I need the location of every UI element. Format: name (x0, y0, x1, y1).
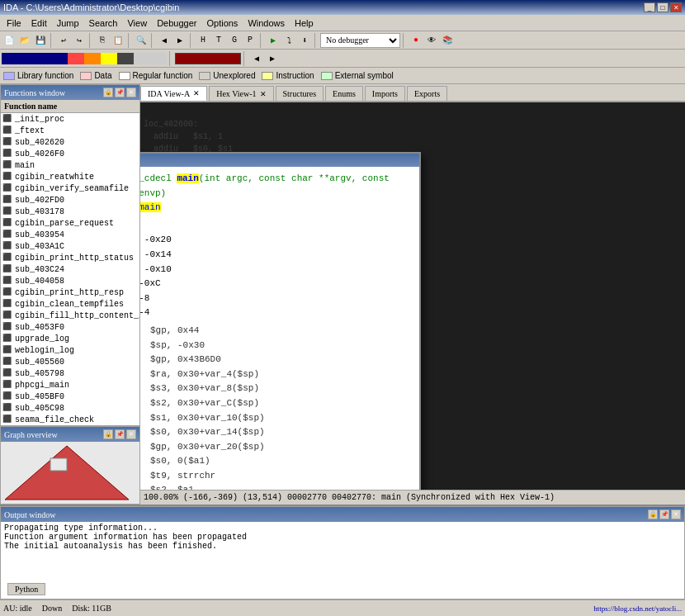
legend-label-unexplored: Unexplored (213, 71, 255, 80)
maximize-button[interactable]: □ (657, 2, 668, 12)
func-item[interactable]: ⬛sub_403C24 (1, 263, 139, 275)
menu-file[interactable]: File (2, 17, 26, 30)
separator-4 (151, 33, 154, 48)
func-item[interactable]: ⬛_init_proc (1, 113, 139, 125)
func-item[interactable]: ⬛phpcgi_main (1, 379, 139, 391)
nav-right[interactable]: ▶ (265, 51, 280, 66)
output-pin[interactable]: 📌 (659, 509, 669, 519)
proximity-view[interactable]: P (243, 33, 257, 48)
func-item[interactable]: ⬛cgibin_clean_tempfiles (1, 298, 139, 310)
text-view[interactable]: T (211, 33, 226, 48)
color-strip (2, 53, 167, 64)
separator-7 (314, 33, 318, 48)
tab-hex-view[interactable]: Hex View-1 ✕ (209, 86, 273, 101)
func-item[interactable]: ⬛sub_402FD0 (1, 194, 139, 206)
code-content[interactable]: # int __cdecl main(int argc, const char … (140, 167, 419, 490)
func-item[interactable]: ⬛cgibin_parse_request (1, 217, 139, 229)
jump-forward[interactable]: ▶ (172, 33, 187, 48)
copy-button[interactable]: ⎘ (95, 33, 110, 48)
declaration-line: # int __cdecl main(int argc, const char … (140, 172, 411, 201)
fw-pin[interactable]: 📌 (115, 88, 125, 97)
stack-btn[interactable]: 📚 (440, 33, 455, 48)
tab-enums[interactable]: Enums (325, 86, 363, 101)
menu-help[interactable]: Help (290, 17, 319, 30)
hex-view[interactable]: H (196, 33, 210, 48)
separator-3 (128, 33, 131, 48)
separator-5 (190, 33, 193, 48)
save-button[interactable]: 💾 (33, 33, 48, 48)
fw-close[interactable]: ✕ (126, 88, 136, 97)
fw-lock[interactable]: 🔒 (103, 88, 113, 97)
debugger-dropdown[interactable]: No debugger Local debugger Remote debugg… (320, 33, 400, 48)
breakpoint-btn[interactable]: ● (409, 33, 423, 48)
func-item[interactable]: ⬛sub_404058 (1, 275, 139, 287)
tab-imports[interactable]: Imports (365, 86, 405, 101)
output-line-1: Propagating type information... (4, 524, 681, 533)
func-list[interactable]: ⬛_init_proc⬛_ftext⬛sub_402620⬛sub_4026F0… (1, 113, 139, 425)
cs-orange (84, 53, 101, 64)
menu-jump[interactable]: Jump (52, 17, 84, 30)
legend-color-regular (119, 72, 130, 80)
func-item[interactable]: ⬛sub_403178 (1, 206, 139, 217)
graph-pin[interactable]: 📌 (115, 429, 125, 439)
tab-close-ida[interactable]: ✕ (193, 89, 200, 97)
graph-close[interactable]: ✕ (126, 429, 136, 439)
func-item[interactable]: ⬛sub_4026F0 (1, 148, 139, 159)
tab-ida-view[interactable]: IDA View-A ✕ (140, 86, 207, 101)
func-item[interactable]: ⬛cgibin_verify_seamafile (1, 182, 139, 194)
title-controls: _ □ ✕ (644, 2, 682, 12)
undo-button[interactable]: ↩ (56, 33, 71, 48)
func-item[interactable]: ⬛cgibin_print_http_status (1, 252, 139, 263)
step-into[interactable]: ⬇ (297, 33, 312, 48)
menu-view[interactable]: View (122, 17, 152, 30)
main-highlight: main (177, 173, 198, 183)
close-button[interactable]: ✕ (670, 2, 682, 12)
ida-content[interactable]: loc_402600: addiu $s1, 1 addiu $s0, $s1 … (140, 102, 685, 490)
jump-back[interactable]: ◀ (157, 33, 172, 48)
step-over[interactable]: ⤵ (281, 33, 296, 48)
new-button[interactable]: 📄 (2, 33, 17, 48)
output-close[interactable]: ✕ (671, 509, 681, 519)
func-item[interactable]: ⬛sub_405C98 (1, 402, 139, 414)
paste-button[interactable]: 📋 (111, 33, 125, 48)
tab-close-hex[interactable]: ✕ (260, 90, 267, 98)
legend-color-unexplored (199, 72, 210, 80)
redo-button[interactable]: ↪ (72, 33, 87, 48)
func-item[interactable]: ⬛seama_file_check (1, 414, 139, 425)
nav-left[interactable]: ◀ (249, 51, 264, 66)
code-overlay-titlebar: ▣ (140, 154, 419, 167)
watch-btn[interactable]: 👁 (424, 33, 439, 48)
func-item[interactable]: ⬛sub_403954 (1, 229, 139, 240)
menu-search[interactable]: Search (84, 17, 123, 30)
cs-darkgray (117, 53, 134, 64)
func-item[interactable]: ⬛sub_405798 (1, 367, 139, 379)
func-item[interactable]: ⬛sub_402620 (1, 136, 139, 148)
menu-edit[interactable]: Edit (26, 17, 52, 30)
func-item[interactable]: ⬛cgibin_reatwhite (1, 171, 139, 182)
menu-windows[interactable]: Windows (243, 17, 290, 30)
graph-body[interactable] (1, 442, 139, 504)
func-item[interactable]: ⬛cgibin_fill_http_content_len (1, 310, 139, 321)
func-item[interactable]: ⬛sub_405BF0 (1, 391, 139, 402)
minimize-button[interactable]: _ (644, 2, 655, 12)
func-item[interactable]: ⬛sub_403A1C (1, 240, 139, 252)
func-item[interactable]: ⬛sub_405560 (1, 356, 139, 367)
tab-structures[interactable]: Structures (276, 86, 324, 101)
func-item[interactable]: ⬛main (1, 159, 139, 171)
func-item[interactable]: ⬛_ftext (1, 125, 139, 136)
output-lock[interactable]: 🔒 (648, 509, 658, 519)
menu-options[interactable]: Options (201, 17, 243, 30)
graph-lock[interactable]: 🔒 (103, 429, 113, 439)
func-item[interactable]: ⬛upgrade_log (1, 333, 139, 344)
find-button[interactable]: 🔍 (134, 33, 149, 48)
func-item[interactable]: ⬛weblogin_log (1, 344, 139, 356)
func-item[interactable]: ⬛cgibin_print_http_resp (1, 287, 139, 298)
open-button[interactable]: 📂 (17, 33, 32, 48)
graph-view[interactable]: G (227, 33, 242, 48)
tab-exports[interactable]: Exports (407, 86, 447, 101)
func-item[interactable]: ⬛sub_4053F0 (1, 321, 139, 333)
menu-debugger[interactable]: Debugger (152, 17, 201, 30)
python-button[interactable]: Python (7, 583, 45, 595)
globl-line: .globl main (140, 201, 411, 216)
run-button[interactable]: ▶ (266, 33, 281, 48)
